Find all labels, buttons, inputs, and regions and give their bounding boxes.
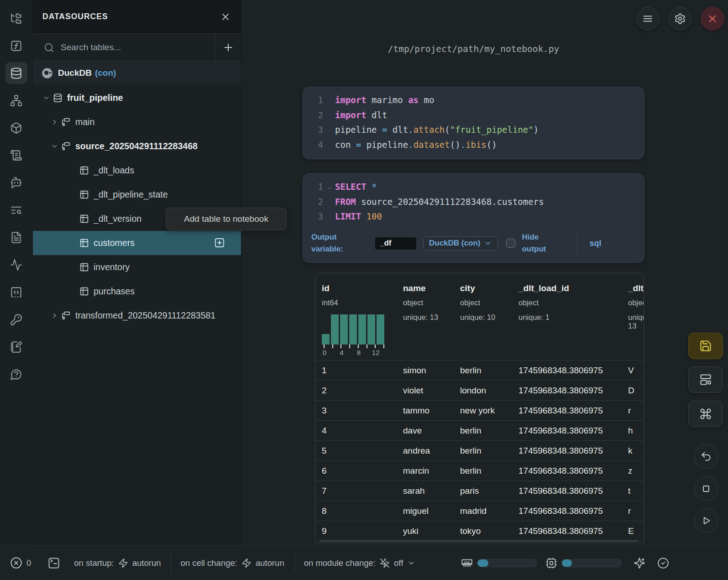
- save-button[interactable]: [688, 333, 723, 359]
- horizontal-scrollbar[interactable]: [319, 540, 639, 542]
- tree-item-main[interactable]: main: [33, 110, 241, 134]
- run-button[interactable]: [694, 508, 718, 533]
- rail-help-circle-icon[interactable]: [5, 363, 27, 385]
- rail-key-icon[interactable]: [5, 308, 27, 330]
- connection-alias: (con): [95, 68, 116, 78]
- sql-cell[interactable]: 1SELECT *2FROM source_202504291112283468…: [303, 173, 644, 263]
- column-header-_dlt_load_id[interactable]: _dlt_load_idobjectunique: 1: [519, 273, 569, 322]
- code-line: 1import marimo as mo: [303, 93, 644, 108]
- rail-package-box-icon[interactable]: [5, 117, 27, 139]
- connection-row-duckdb[interactable]: DuckDB (con): [33, 62, 241, 84]
- table-row[interactable]: 4daveberlin1745968348.3806975h: [315, 420, 644, 440]
- add-to-notebook-icon[interactable]: [214, 237, 225, 248]
- on-module-change-setting[interactable]: on module change: off: [304, 558, 416, 568]
- table-row[interactable]: 2violetlondon1745968348.3806975D: [315, 380, 644, 400]
- command-icon: [699, 408, 712, 420]
- rail-file-text-icon[interactable]: [5, 226, 27, 248]
- close-app-button[interactable]: [701, 7, 724, 31]
- search-input[interactable]: [61, 42, 215, 52]
- tree-item-purchases[interactable]: purchases: [33, 279, 241, 303]
- rail-list-search-icon[interactable]: [5, 199, 27, 221]
- python-code-editor[interactable]: 1import marimo as mo2import dlt3pipeline…: [303, 87, 644, 152]
- column-header-city[interactable]: cityobjectunique: 10: [460, 273, 495, 322]
- code-line: 2import dlt: [303, 108, 644, 123]
- table-cell: 2: [322, 381, 327, 401]
- tree-item-inventory[interactable]: inventory: [33, 255, 241, 279]
- fold-chevron-icon[interactable]: [323, 183, 335, 191]
- errors-indicator[interactable]: 0: [10, 557, 31, 569]
- table-cell: miguel: [403, 501, 429, 521]
- table-cell: 8: [322, 501, 327, 521]
- menu-button[interactable]: [636, 7, 660, 31]
- engine-dropdown[interactable]: DuckDB (con): [423, 236, 498, 251]
- table-cell: 1745968348.3806975: [519, 521, 603, 541]
- terminal-button[interactable]: [47, 557, 60, 570]
- table-body: 1simonberlin1745968348.3806975V2violetlo…: [315, 360, 644, 541]
- table-row[interactable]: 9yukitokyo1745968348.3806975E: [315, 521, 644, 541]
- divider: [294, 554, 295, 573]
- table-icon: [79, 262, 89, 272]
- rail-network-icon[interactable]: [5, 89, 27, 111]
- language-badge: sql: [589, 239, 601, 248]
- stop-button[interactable]: [694, 476, 718, 501]
- rail-code-square-icon[interactable]: [5, 281, 27, 303]
- command-palette-button[interactable]: [688, 401, 723, 427]
- on-module-change-value: off: [394, 558, 403, 568]
- on-startup-setting[interactable]: on startup: autorun: [74, 558, 161, 568]
- table-cell: z: [628, 461, 633, 481]
- column-header-_dlt_id[interactable]: _dlt_idobjectunique: 13: [628, 273, 644, 330]
- layout-panels-icon: [699, 373, 712, 386]
- tree-item-customers[interactable]: customers: [33, 231, 241, 255]
- rail-database-icon[interactable]: [5, 62, 27, 84]
- rail-function-square-icon[interactable]: [5, 35, 27, 57]
- python-cell[interactable]: 1import marimo as mo2import dlt3pipeline…: [303, 87, 644, 159]
- on-cell-change-setting[interactable]: on cell change: autorun: [180, 558, 284, 568]
- table-row[interactable]: 8miguelmadrid1745968348.3806975r: [315, 501, 644, 521]
- code-line: 3pipeline = dlt.attach("fruit_pipeline"): [303, 122, 644, 137]
- table-row[interactable]: 7sarahparis1745968348.3806975t: [315, 481, 644, 501]
- rail-scroll-icon[interactable]: [5, 144, 27, 166]
- table-cell: new york: [460, 401, 495, 421]
- search-icon: [44, 42, 54, 53]
- close-panel-button[interactable]: [218, 10, 233, 24]
- tree-item-transformed_202504291112283581[interactable]: transformed_202504291112283581: [33, 303, 241, 328]
- connection-status[interactable]: [657, 557, 669, 569]
- terminal-icon: [47, 557, 60, 570]
- table-cell: V: [628, 361, 634, 381]
- table-row[interactable]: 5andreaberlin1745968348.3806975k: [315, 440, 644, 460]
- tree-item-_dlt_loads[interactable]: _dlt_loads: [33, 158, 241, 183]
- undo-button[interactable]: [694, 444, 718, 469]
- table-cell: 1745968348.3806975: [519, 361, 603, 381]
- line-number: 3: [303, 125, 323, 135]
- tree-item-source_202504291112283468[interactable]: source_202504291112283468: [33, 134, 241, 158]
- sql-code-editor[interactable]: 1SELECT *2FROM source_202504291112283468…: [303, 174, 644, 224]
- table-cell: madrid: [460, 501, 487, 521]
- add-datasource-button[interactable]: [215, 34, 241, 61]
- table-cell: t: [628, 481, 630, 501]
- chevron-right-icon: [51, 118, 59, 126]
- histogram-bar: [358, 314, 366, 345]
- output-variable-input[interactable]: [375, 237, 416, 250]
- rail-notebook-pen-icon[interactable]: [5, 336, 27, 358]
- rail-activity-icon[interactable]: [5, 254, 27, 276]
- rail-file-tree-icon[interactable]: [5, 7, 27, 29]
- search-row: [33, 34, 241, 62]
- histogram-bar: [322, 334, 330, 345]
- plus-icon: [222, 42, 234, 53]
- cpu-usage-bar: [561, 559, 622, 567]
- ai-assist-button[interactable]: [634, 557, 645, 569]
- sparkles-icon: [634, 557, 645, 569]
- settings-button[interactable]: [668, 7, 692, 31]
- table-row[interactable]: 3tammonew york1745968348.3806975r: [315, 400, 644, 420]
- table-row[interactable]: 6marcinberlin1745968348.3806975z: [315, 460, 644, 481]
- layout-button[interactable]: [688, 366, 723, 393]
- tree-item-fruit_pipeline[interactable]: fruit_pipeline: [33, 86, 241, 110]
- hide-output-checkbox[interactable]: [506, 239, 515, 248]
- tree-item-_dlt_pipeline_state[interactable]: _dlt_pipeline_state: [33, 183, 241, 207]
- table-cell: 6: [322, 461, 327, 481]
- table-row[interactable]: 1simonberlin1745968348.3806975V: [315, 360, 644, 380]
- column-header-name[interactable]: nameobjectunique: 13: [403, 273, 438, 322]
- rail-chat-bot-icon[interactable]: [5, 172, 27, 193]
- column-header-id[interactable]: idint64: [322, 273, 338, 313]
- line-number: 1: [303, 95, 323, 105]
